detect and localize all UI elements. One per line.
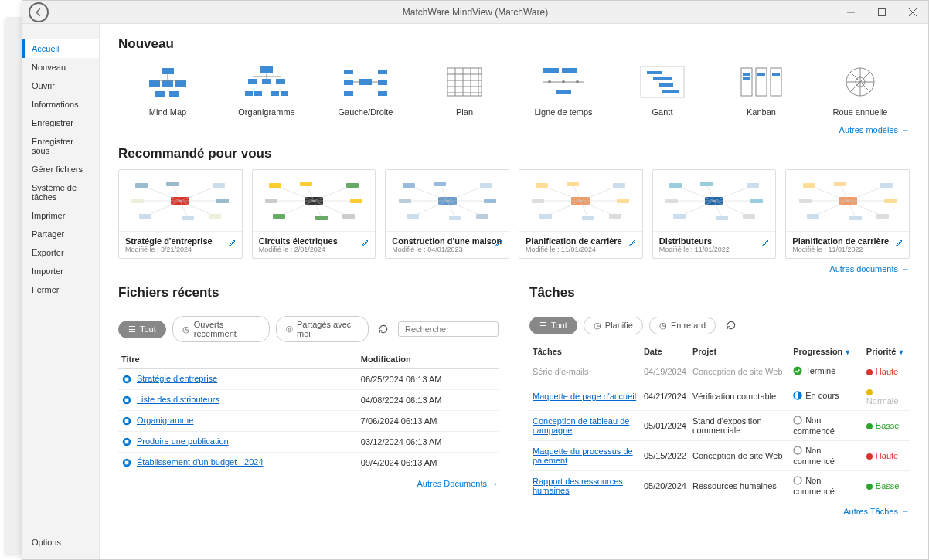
card-thumbnail — [253, 170, 376, 231]
content-area: Nouveau Mind MapOrganigrammeGauche/Droit… — [100, 24, 928, 559]
task-link[interactable]: Série d'e-mails — [533, 367, 588, 376]
col-modified[interactable]: Modification — [358, 350, 499, 369]
card-title: Planification de carrière — [526, 236, 636, 246]
edit-icon[interactable] — [361, 238, 370, 249]
other-documents-link[interactable]: Autres documents → — [829, 264, 910, 273]
sidebar-item-imprimer[interactable]: Imprimer — [22, 206, 99, 225]
template-roue-annuelle[interactable]: Roue annuelle — [811, 59, 910, 120]
more-documents-link[interactable]: Autres Documents → — [417, 479, 499, 488]
sidebar-item-nouveau[interactable]: Nouveau — [22, 58, 99, 76]
template-ligne-de-temps[interactable]: Ligne de temps — [514, 59, 613, 120]
col-title[interactable]: Titre — [118, 350, 358, 369]
recommended-card[interactable]: Construction d'une maisonModifié le : 04… — [385, 169, 509, 259]
search-input[interactable] — [405, 324, 512, 334]
table-row[interactable]: Rapport des ressources humaines05/20/202… — [529, 471, 910, 501]
col-task[interactable]: Tâches — [529, 342, 641, 361]
file-link[interactable]: Stratégie d'entreprise — [137, 374, 217, 383]
sidebar-item-importer[interactable]: Importer — [22, 262, 99, 280]
table-row[interactable]: Établissement d'un budget - 202409/4/202… — [118, 453, 499, 473]
sidebar-item-exporter[interactable]: Exporter — [22, 243, 99, 262]
back-button[interactable] — [29, 2, 49, 22]
recommended-card[interactable]: Planification de carrièreModifié le : 11… — [519, 169, 643, 259]
col-progress[interactable]: Progression▼ — [790, 342, 863, 361]
template-thumb-icon — [141, 63, 195, 101]
file-link[interactable]: Liste des distributeurs — [137, 395, 219, 404]
svg-rect-50 — [659, 83, 673, 87]
other-templates-link[interactable]: Autres modèles → — [839, 125, 910, 134]
svg-rect-26 — [378, 70, 387, 74]
file-link[interactable]: Organigramme — [137, 416, 193, 425]
recommended-card[interactable]: Planification de carrièreModifié le : 11… — [785, 169, 910, 259]
table-row[interactable]: Stratégie d'entreprise06/25/2024 06:13 A… — [118, 369, 499, 390]
template-thumb-icon — [536, 63, 590, 101]
template-kanban[interactable]: Kanban — [712, 59, 811, 120]
template-organigramme[interactable]: Organigramme — [217, 59, 316, 120]
svg-rect-92 — [273, 214, 285, 219]
file-link[interactable]: Établissement d'un budget - 2024 — [137, 457, 264, 467]
recommended-card[interactable]: DistributeursModifié le : 11/01/2022 — [652, 169, 777, 259]
sort-desc-icon: ▼ — [897, 348, 904, 356]
sidebar-item-informations[interactable]: Informations — [22, 95, 99, 114]
edit-icon[interactable] — [761, 238, 771, 249]
table-row[interactable]: Produire une publication03/12/2024 06:13… — [118, 432, 499, 453]
template-mind-map[interactable]: Mind Map — [118, 59, 217, 120]
close-button[interactable] — [897, 1, 928, 24]
sidebar-item-accueil[interactable]: Accueil — [22, 39, 99, 58]
template-gantt[interactable]: Gantt — [613, 59, 712, 120]
task-filter-late[interactable]: ◷ En retard — [649, 317, 716, 334]
maximize-button[interactable] — [866, 1, 897, 24]
table-row[interactable]: Conception de tableau de campagne05/01/2… — [529, 411, 910, 441]
document-icon — [121, 395, 132, 406]
sidebar-item-fermer[interactable]: Fermer — [22, 280, 99, 299]
col-project[interactable]: Projet — [689, 342, 790, 361]
task-link[interactable]: Conception de tableau de campagne — [533, 416, 629, 435]
table-row[interactable]: Maquette du processus de paiement05/15/2… — [529, 441, 910, 471]
task-link[interactable]: Maquette de page d'accueil — [533, 392, 636, 401]
document-icon — [121, 436, 132, 447]
template-label: Gantt — [652, 107, 673, 117]
task-filter-planned[interactable]: ◷ Planifié — [584, 317, 643, 334]
refresh-button[interactable] — [375, 320, 392, 338]
filter-recently-opened[interactable]: ◷ Ouverts récemment — [172, 316, 270, 342]
recommended-card[interactable]: Circuits électriquesModifié le : 2/01/20… — [252, 169, 376, 259]
edit-icon[interactable] — [895, 238, 904, 249]
svg-rect-27 — [378, 80, 387, 85]
recommended-card[interactable]: Stratégie d'entrepriseModifié le : 3/21/… — [118, 169, 243, 259]
template-plan[interactable]: Plan — [415, 59, 514, 120]
table-row[interactable]: Série d'e-mails04/19/2024Conception de s… — [529, 361, 910, 382]
table-row[interactable]: Maquette de page d'accueil04/21/2024Véri… — [529, 382, 910, 411]
sidebar-item-gérer-fichiers[interactable]: Gérer fichiers — [22, 160, 99, 178]
svg-rect-88 — [265, 199, 277, 203]
col-date[interactable]: Date — [641, 342, 689, 361]
file-link[interactable]: Produire une publication — [137, 436, 229, 446]
card-subtitle: Modifié le : 2/01/2024 — [259, 246, 369, 253]
sidebar-item-partager[interactable]: Partager — [22, 225, 99, 243]
sidebar-item-système-de-tâches[interactable]: Système de tâches — [22, 178, 99, 206]
card-title: Stratégie d'entreprise — [125, 236, 236, 246]
task-link[interactable]: Maquette du processus de paiement — [533, 446, 633, 465]
template-thumb-icon — [635, 63, 689, 101]
edit-icon[interactable] — [628, 238, 638, 249]
table-row[interactable]: Organigramme7/06/2024 06:13 AM — [118, 411, 499, 432]
filter-shared[interactable]: ⦾ Partagés avec moi — [276, 316, 369, 342]
template-gauche-droite[interactable]: Gauche/Droite — [316, 59, 415, 120]
sidebar-item-enregistrer-sous[interactable]: Enregistrer sous — [22, 132, 99, 160]
tasks-refresh-button[interactable] — [722, 316, 740, 334]
sidebar-item-ouvrir[interactable]: Ouvrir — [22, 76, 99, 95]
table-row[interactable]: Liste des distributeurs04/08/2024 06:13 … — [118, 390, 499, 411]
minimize-button[interactable] — [835, 1, 866, 24]
edit-icon[interactable] — [495, 238, 504, 249]
svg-rect-71 — [131, 199, 144, 203]
more-tasks-link[interactable]: Autres Tâches → — [843, 507, 910, 516]
task-filter-all[interactable]: ☰ Tout — [529, 317, 577, 334]
svg-point-45 — [576, 80, 579, 83]
sidebar-item-enregistrer[interactable]: Enregistrer — [22, 114, 99, 132]
sidebar-item-options[interactable]: Options — [22, 533, 99, 552]
edit-icon[interactable] — [228, 238, 237, 249]
task-link[interactable]: Rapport des ressources humaines — [533, 477, 623, 495]
filter-all[interactable]: ☰ Tout — [118, 321, 166, 338]
col-priority[interactable]: Priorité▼ — [863, 342, 910, 361]
search-box[interactable] — [398, 321, 499, 337]
svg-rect-135 — [669, 183, 682, 188]
section-recent-title: Fichiers récents — [118, 285, 499, 300]
